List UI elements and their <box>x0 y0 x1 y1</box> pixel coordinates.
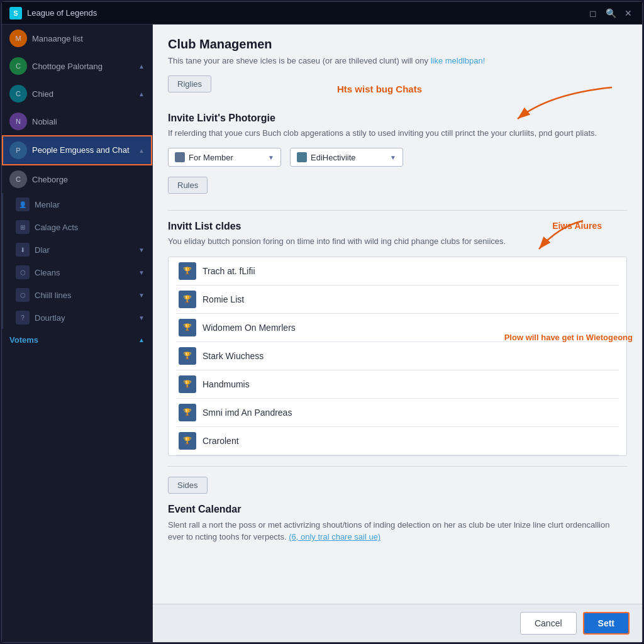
member-dropdown-icon <box>175 152 185 162</box>
chiill-icon: ⬡ <box>16 288 30 302</box>
list-icon-2: 🏆 <box>179 291 196 308</box>
title-bar-controls: ◻ 🔍 ✕ <box>587 8 635 18</box>
list-icon-7: 🏆 <box>179 432 196 450</box>
dourtlay-icon: ? <box>16 311 30 325</box>
window-title: League of Legends <box>27 8 587 18</box>
sidebar-label-calage-acts: Calage Acts <box>35 223 78 232</box>
search-button[interactable]: 🔍 <box>604 8 617 18</box>
event-desc-link[interactable]: (6, only tral chare sail ue) <box>289 532 380 541</box>
sidebar-item-dlar[interactable]: ⬇ Dlar ▼ <box>2 238 152 261</box>
content-area: Club Managemen This tane your are sheve … <box>153 25 642 642</box>
divider1 <box>168 210 627 211</box>
app-icon: S <box>9 7 22 19</box>
list-icon-1: 🏆 <box>179 262 196 280</box>
member-dropdown-arrow: ▼ <box>268 154 274 161</box>
list-label-1: Trach at. fLifii <box>203 266 255 276</box>
main-title: Club Managemen <box>168 37 627 52</box>
sett-button[interactable]: Sett <box>583 612 630 635</box>
main-desc: This tane your are sheve icles is be cas… <box>168 55 627 67</box>
restore-button[interactable]: ◻ <box>587 8 599 18</box>
sidebar-item-calage-acts[interactable]: ⊞ Calage Acts <box>2 216 152 238</box>
calage-icon: ⊞ <box>16 220 30 234</box>
sidebar-item-chied[interactable]: C Chied ▲ <box>2 80 152 108</box>
dropdowns-row: For Member ▼ EdiHectiviite ▼ <box>168 148 627 167</box>
sidebar-item-cleans[interactable]: ⬡ Cleans ▼ <box>2 261 152 284</box>
sidebar-label-dourtlay: Dourtlay <box>35 313 65 323</box>
sidebar-item-chiill-lines[interactable]: ⬡ Chiill lines ▼ <box>2 284 152 306</box>
sidebar-label-nobiali: Nobiali <box>32 117 57 126</box>
riglies-tab[interactable]: Riglies <box>168 75 211 92</box>
list-item: 🏆 Widomem On Memrlers <box>176 314 619 342</box>
list-label-7: Crarolent <box>203 436 239 446</box>
list-icon-3: 🏆 <box>179 319 196 336</box>
list-item: 🏆 Trach at. fLifii <box>176 257 619 286</box>
sidebar-item-menlar[interactable]: 👤 Menlar <box>2 193 152 216</box>
sidebar-label-dlar: Dlar <box>35 245 50 255</box>
sidebar-label-cleans: Cleans <box>35 268 60 277</box>
votems-arrow: ▲ <box>138 336 145 343</box>
sidebar-item-manage-list[interactable]: M Manaange list <box>2 25 152 52</box>
content-inner: Club Managemen This tane your are sheve … <box>153 25 642 604</box>
annotation-eiws-aiures: Eiws Aiures <box>552 221 602 231</box>
list-icon-5: 🏆 <box>179 375 196 393</box>
sidebar-label-people-emguess: People Emguess and Chat <box>32 145 130 156</box>
sidebar-item-nobiali[interactable]: N Nobiali <box>2 108 152 135</box>
activity-dropdown[interactable]: EdiHectiviite ▼ <box>290 148 403 167</box>
avatar-chied: C <box>9 85 27 103</box>
menlar-icon: 👤 <box>16 197 30 211</box>
sidebar-section-votems[interactable]: Votems ▲ <box>2 329 152 347</box>
event-title: Event Calendar <box>168 504 627 515</box>
sidebar-item-people-emguess[interactable]: P People Emguess and Chat ▲ <box>2 135 152 165</box>
list-item: 🏆 Smni imd An Pandreas <box>176 399 619 427</box>
sidebar-label-chottoge: Chottoge Palortang <box>32 62 103 71</box>
list-item: 🏆 Romie List <box>176 286 619 314</box>
list-label-4: Stark Wiuchess <box>203 351 264 361</box>
avatar-chottoge: C <box>9 57 27 75</box>
activity-dropdown-icon <box>297 152 307 162</box>
cancel-button[interactable]: Cancel <box>520 612 577 635</box>
sidebar-item-cheborge[interactable]: C Cheborge <box>2 165 152 193</box>
avatar-cheborge: C <box>9 170 27 188</box>
list-item: 🏆 Stark Wiuchess <box>176 342 619 370</box>
sidebar-label-menlar: Menlar <box>35 200 60 209</box>
avatar-people-emguess: P <box>9 142 27 159</box>
invite-desc: If relerding that youe curs Buch clob ap… <box>168 128 627 139</box>
sidebar-label-cheborge: Cheborge <box>32 175 68 184</box>
invite-list-title: Invitt List cldes <box>168 221 241 232</box>
list-icon-6: 🏆 <box>179 404 196 421</box>
avatar-manage-list: M <box>9 30 27 47</box>
main-desc-link[interactable]: like meldlbpan! <box>431 56 486 65</box>
activity-dropdown-arrow: ▼ <box>390 154 396 161</box>
chevron-down-icon-dourtlay: ▼ <box>138 314 145 321</box>
list-item: 🏆 Handmumis <box>176 370 619 399</box>
event-section: Event Calendar Slent rall a nort the pos… <box>168 504 627 543</box>
member-dropdown-label: For Member <box>189 153 233 162</box>
chevron-down-icon-cleans: ▼ <box>138 269 145 276</box>
close-button[interactable]: ✕ <box>622 8 635 18</box>
sides-button[interactable]: Sides <box>168 477 208 494</box>
sidebar: M Manaange list C Chottoge Palortang ▲ C… <box>2 25 153 642</box>
sidebar-item-chottoge[interactable]: C Chottoge Palortang ▲ <box>2 52 152 80</box>
dlar-icon: ⬇ <box>16 243 30 257</box>
sidebar-label-chied: Chied <box>32 89 53 99</box>
main-layout: M Manaange list C Chottoge Palortang ▲ C… <box>2 25 642 642</box>
list-item: 🏆 Crarolent <box>176 427 619 455</box>
list-label-3: Widomem On Memrlers <box>203 323 296 333</box>
list-icon-4: 🏆 <box>179 347 196 365</box>
member-dropdown[interactable]: For Member ▼ <box>168 148 281 167</box>
app-window: S League of Legends ◻ 🔍 ✕ M Manaange lis… <box>1 1 643 643</box>
activity-dropdown-label: EdiHectiviite <box>311 153 356 162</box>
avatar-nobiali: N <box>9 113 27 130</box>
invite-list-desc: You eliday buttch ponsion foring on tlim… <box>168 236 627 247</box>
annotation-hts-wist: Hts wist bug Chats <box>337 84 422 94</box>
sidebar-item-dourtlay[interactable]: ? Dourtlay ▼ <box>2 306 152 329</box>
votems-label: Votems <box>9 335 38 345</box>
chevron-down-icon-chiill: ▼ <box>138 292 145 299</box>
rules-button[interactable]: Rules <box>168 177 208 194</box>
sidebar-label-manage-list: Manaange list <box>32 34 83 43</box>
chevron-up-icon-chied: ▲ <box>138 91 145 97</box>
chevron-up-icon-people: ▲ <box>138 147 145 154</box>
event-desc: Slent rall a nort the poss or met activr… <box>168 519 627 543</box>
chevron-up-icon-chottoge: ▲ <box>138 63 145 70</box>
invite-title: Invite Livit's Photorgie <box>168 113 627 124</box>
